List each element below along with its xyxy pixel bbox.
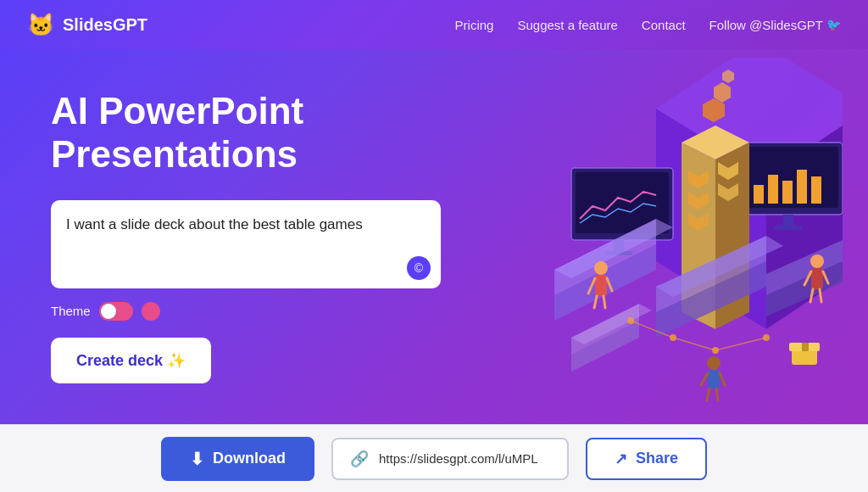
svg-line-60 [673, 338, 715, 350]
prompt-textarea[interactable] [66, 214, 426, 275]
svg-rect-10 [768, 175, 778, 204]
svg-line-43 [604, 296, 605, 308]
share-icon: ↗ [615, 450, 627, 468]
twitter-icon: 🐦 [826, 18, 841, 31]
theme-row: Theme [51, 302, 500, 321]
logo-text: SlidesGPT [63, 15, 147, 35]
svg-line-55 [716, 389, 718, 400]
logo-icon: 🐱 [27, 12, 54, 38]
download-button[interactable]: ⬇ Download [161, 437, 314, 481]
svg-rect-14 [783, 215, 793, 227]
share-label: Share [636, 450, 678, 467]
hero-section: AI PowerPoint Presentations © Theme Crea… [0, 49, 868, 424]
prompt-container: © [51, 200, 441, 288]
download-icon: ⬇ [190, 449, 204, 469]
nav-pricing[interactable]: Pricing [455, 18, 494, 32]
copilot-icon[interactable]: © [407, 256, 431, 280]
svg-line-52 [701, 373, 708, 385]
svg-rect-9 [754, 185, 764, 204]
create-deck-button[interactable]: Create deck ✨ [51, 338, 211, 383]
download-label: Download [213, 450, 286, 467]
svg-rect-51 [708, 370, 720, 389]
theme-toggle-knob [101, 304, 116, 319]
svg-point-38 [594, 261, 608, 275]
theme-color-dot [142, 302, 160, 321]
svg-line-49 [820, 289, 821, 302]
nav-contact[interactable]: Contact [642, 18, 686, 32]
nav-links: Pricing Suggest a feature Contact Follow… [455, 18, 841, 32]
svg-point-44 [810, 254, 824, 268]
theme-toggle[interactable] [99, 302, 133, 321]
svg-point-62 [763, 334, 770, 341]
theme-label: Theme [51, 304, 91, 318]
svg-rect-45 [811, 268, 823, 289]
svg-line-54 [707, 389, 709, 400]
header: 🐱 SlidesGPT Pricing Suggest a feature Co… [0, 0, 868, 49]
nav-follow-text: Follow @SlidesGPT [709, 18, 823, 32]
url-box: 🔗 https://slidesgpt.com/l/uMPL [331, 438, 569, 480]
svg-rect-13 [811, 176, 821, 204]
svg-line-53 [720, 373, 725, 385]
nav-follow[interactable]: Follow @SlidesGPT 🐦 [709, 18, 841, 32]
svg-rect-11 [782, 181, 793, 204]
nav-suggest[interactable]: Suggest a feature [517, 18, 617, 32]
svg-rect-39 [595, 275, 607, 296]
footer-bar: ⬇ Download 🔗 https://slidesgpt.com/l/uMP… [0, 424, 868, 492]
svg-rect-12 [797, 170, 807, 204]
link-icon: 🔗 [350, 450, 369, 468]
hero-illustration [504, 58, 843, 414]
share-button[interactable]: ↗ Share [586, 438, 707, 480]
app-wrapper: 🐱 SlidesGPT Pricing Suggest a feature Co… [0, 0, 868, 492]
svg-point-50 [707, 356, 721, 370]
svg-rect-15 [775, 226, 802, 230]
svg-rect-65 [802, 343, 809, 351]
url-text: https://slidesgpt.com/l/uMPL [379, 451, 538, 466]
hero-title: AI PowerPoint Presentations [51, 90, 500, 176]
hero-left: AI PowerPoint Presentations © Theme Crea… [51, 90, 500, 383]
svg-line-61 [715, 338, 766, 350]
logo-area: 🐱 SlidesGPT [27, 12, 147, 38]
